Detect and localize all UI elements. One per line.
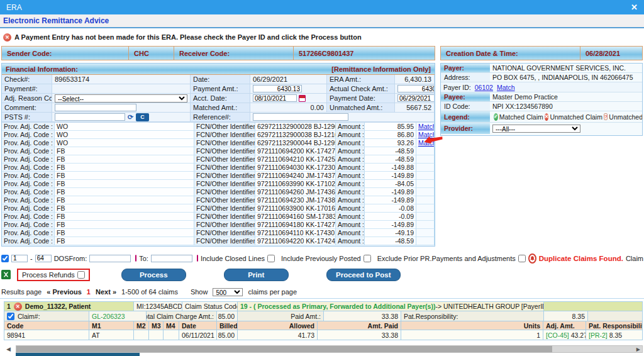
service-column-header: Allowed bbox=[238, 321, 318, 330]
match-link-cell bbox=[416, 196, 435, 204]
payment-amt-input[interactable] bbox=[253, 85, 302, 92]
close-icon[interactable]: ✕ bbox=[631, 3, 638, 12]
check-number-label: Check#: bbox=[2, 75, 52, 84]
reference-input[interactable] bbox=[253, 113, 348, 121]
proceed-to-post-button[interactable]: Proceed to Post bbox=[326, 269, 401, 281]
amount-value: -49.19 bbox=[365, 229, 416, 237]
fcn-identifier-value: 9721110694200 KK-174270 bbox=[255, 147, 336, 155]
payer-panel: Payer: NATIONAL GOVERNMENT SERVICES, INC… bbox=[440, 63, 643, 136]
prov-adj-row: Prov. Adj. Code :WOFCN/Other Identifier0… bbox=[2, 123, 435, 131]
process-refunds-label: Process Refunds bbox=[22, 271, 75, 279]
match-link-cell: Matched bbox=[416, 123, 435, 131]
unmatched-amt-value: 5667.52 bbox=[395, 103, 435, 113]
dos-to-input[interactable] bbox=[151, 255, 192, 262]
c-button[interactable]: C bbox=[136, 113, 149, 121]
amount-value: -48.59 bbox=[365, 237, 416, 245]
prov-adj-code-value: FB bbox=[55, 180, 194, 188]
export-excel-icon[interactable] bbox=[1, 270, 11, 279]
service-column-header: Billed bbox=[217, 321, 238, 330]
service-column-header: Date bbox=[179, 321, 217, 330]
horizontal-scrollbar[interactable]: ▶ bbox=[16, 345, 643, 353]
scroll-right-arrow[interactable]: ▶ bbox=[636, 347, 640, 352]
page-title: Electronic Remittance Advice bbox=[3, 16, 109, 25]
remittance-only-note: [Remittance Information Only] bbox=[331, 65, 431, 73]
calendar-icon[interactable] bbox=[197, 255, 198, 262]
claim-number-value[interactable]: GL-206323 bbox=[89, 311, 147, 321]
match-link-cell bbox=[416, 229, 435, 237]
amount-label: Amount : bbox=[336, 147, 365, 155]
amount-label: Amount : bbox=[336, 229, 365, 237]
exclude-prior-checkbox[interactable] bbox=[518, 255, 526, 262]
calendar-icon[interactable] bbox=[299, 95, 306, 102]
amount-value: -48.59 bbox=[365, 147, 416, 155]
service-m3 bbox=[149, 330, 164, 340]
match-link-cell bbox=[416, 188, 435, 196]
acct-date-input[interactable] bbox=[253, 94, 297, 102]
payment-number-label: Payment#: bbox=[2, 84, 52, 94]
amount-label: Amount : bbox=[336, 131, 365, 139]
actual-check-amt-input[interactable] bbox=[397, 85, 435, 92]
prov-adj-row: Prov. Adj. Code :FBFCN/Other Identifier3… bbox=[2, 147, 435, 155]
empty-cell bbox=[544, 301, 643, 311]
prov-adj-code-label: Prov. Adj. Code : bbox=[2, 213, 55, 221]
match-link-cell bbox=[416, 180, 435, 188]
pagination-row: Results page « Previous 1 Next » 1-500 o… bbox=[1, 286, 643, 298]
amount-label: Amount : bbox=[336, 180, 365, 188]
match-link[interactable]: Matched bbox=[418, 123, 435, 130]
range-from-input[interactable] bbox=[11, 255, 28, 262]
date-value: 06/29/2021 bbox=[250, 75, 327, 84]
previous-page-link[interactable]: « Previous bbox=[47, 288, 82, 296]
receiver-code-value: 517266C9801437 bbox=[294, 46, 435, 60]
claim-patient-row: 1 ✕ Demo_11322, Patient MI:12345ABCD Cla… bbox=[4, 301, 643, 311]
financial-info-title: Financial Information: bbox=[6, 65, 78, 73]
print-button[interactable]: Print bbox=[224, 269, 289, 281]
service-column-header: Units bbox=[401, 321, 543, 330]
comment-input[interactable] bbox=[55, 104, 136, 111]
amount-value: -149.89 bbox=[365, 196, 416, 204]
calendar-icon[interactable] bbox=[135, 255, 136, 262]
range-separator: - bbox=[30, 255, 33, 262]
next-page-link[interactable]: Next » bbox=[96, 288, 116, 296]
show-label: Show bbox=[191, 288, 208, 296]
include-closed-checkbox[interactable] bbox=[267, 255, 275, 262]
amount-value: -48.59 bbox=[365, 155, 416, 164]
payment-date-input[interactable] bbox=[397, 94, 435, 102]
current-page[interactable]: 1 bbox=[87, 288, 91, 296]
prov-adj-code-label: Prov. Adj. Code : bbox=[2, 221, 55, 229]
provider-label: Provider: bbox=[441, 123, 490, 134]
claim-status-rest: -> UNITEDHEALTH GROUP [PayerID-30002] bbox=[435, 303, 544, 310]
fcn-identifier-value: 9721110694240 JM-174378 bbox=[255, 172, 336, 180]
range-to-input[interactable] bbox=[35, 255, 52, 262]
per-page-select[interactable]: 500 bbox=[213, 288, 243, 296]
id-code-label: ID Code: bbox=[441, 102, 490, 111]
service-units: 1 bbox=[401, 330, 543, 340]
dos-from-input[interactable] bbox=[89, 255, 131, 262]
adj-group-code: [CO-45] bbox=[546, 331, 569, 339]
refresh-icon[interactable]: ⟳ bbox=[128, 113, 133, 121]
claim-checkbox[interactable] bbox=[7, 313, 14, 320]
psts-input[interactable] bbox=[55, 113, 125, 121]
service-header-row: CodeM1M2M3M4DateBilledAllowedAmt. PaidUn… bbox=[4, 321, 643, 330]
creation-header: Creation Date & Time: 06/28/2021 bbox=[440, 46, 643, 60]
prov-adj-code-value: FB bbox=[55, 221, 194, 229]
fcn-identifier-label: FCN/Other Identifier1 : bbox=[194, 131, 255, 139]
process-button[interactable]: Process bbox=[121, 269, 186, 281]
include-closed-label: Include Closed Lines bbox=[201, 255, 265, 262]
scroll-left-arrow[interactable]: ◀ bbox=[6, 346, 11, 352]
provider-select[interactable]: ---All--- bbox=[492, 125, 580, 133]
prov-adj-code-value: FB bbox=[55, 229, 194, 237]
prov-adj-code-label: Prov. Adj. Code : bbox=[2, 147, 55, 155]
scrollbar-thumb[interactable] bbox=[16, 346, 552, 352]
payer-id-match-link[interactable]: Match bbox=[497, 84, 515, 91]
match-link-cell bbox=[416, 213, 435, 221]
fcn-identifier-value: 9721110694030 KK-172308 bbox=[255, 164, 336, 172]
process-refunds-checkbox[interactable] bbox=[77, 271, 85, 279]
include-posted-checkbox[interactable] bbox=[364, 255, 371, 262]
payer-id-link[interactable]: 06102 bbox=[475, 84, 493, 91]
prov-adj-code-label: Prov. Adj. Code : bbox=[2, 172, 55, 180]
adj-reason-code-select[interactable]: --Select-- bbox=[55, 94, 187, 103]
fcn-identifier-value: 629721132900038 BJ-121605 bbox=[255, 131, 336, 139]
fcn-identifier-value: 9721110693990 KK-171029 bbox=[255, 180, 336, 188]
select-all-checkbox[interactable] bbox=[1, 255, 9, 262]
alert-bell-icon bbox=[528, 253, 536, 264]
